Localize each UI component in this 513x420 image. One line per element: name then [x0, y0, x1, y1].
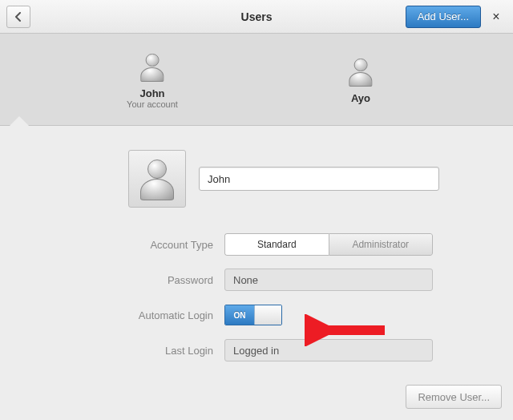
- password-field[interactable]: None: [224, 269, 433, 291]
- remove-user-button[interactable]: Remove User...: [406, 385, 502, 409]
- last-login-label: Last Login: [0, 345, 224, 357]
- avatar-large[interactable]: [128, 150, 186, 208]
- avatar-icon: [344, 55, 378, 89]
- add-user-button[interactable]: Add User...: [406, 6, 481, 28]
- user-entry-ayo[interactable]: Ayo: [301, 55, 421, 104]
- user-name-label: John: [92, 87, 212, 99]
- password-label: Password: [0, 274, 224, 286]
- user-name-label: Ayo: [301, 92, 421, 104]
- switch-knob: [254, 305, 281, 325]
- back-button[interactable]: [6, 6, 30, 28]
- account-type-toggle: Standard Administrator: [224, 233, 433, 256]
- automatic-login-label: Automatic Login: [0, 309, 224, 321]
- header-bar: Users Add User... ×: [0, 0, 513, 34]
- account-type-label: Account Type: [0, 239, 224, 251]
- avatar-icon: [135, 50, 169, 84]
- account-type-administrator[interactable]: Administrator: [329, 233, 434, 256]
- chevron-left-icon: [14, 12, 22, 22]
- close-button[interactable]: ×: [486, 6, 507, 28]
- user-selector: John Your account Ayo: [0, 34, 513, 126]
- account-type-standard[interactable]: Standard: [224, 233, 329, 256]
- user-subtitle: Your account: [92, 99, 212, 109]
- selection-indicator: [10, 116, 29, 126]
- last-login-field: Logged in: [224, 339, 433, 361]
- user-detail-panel: Account Type Standard Administrator Pass…: [0, 126, 513, 365]
- switch-on-text: ON: [225, 305, 254, 325]
- name-input[interactable]: [199, 167, 439, 191]
- user-entry-john[interactable]: John Your account: [92, 50, 212, 109]
- automatic-login-switch[interactable]: ON: [224, 305, 282, 325]
